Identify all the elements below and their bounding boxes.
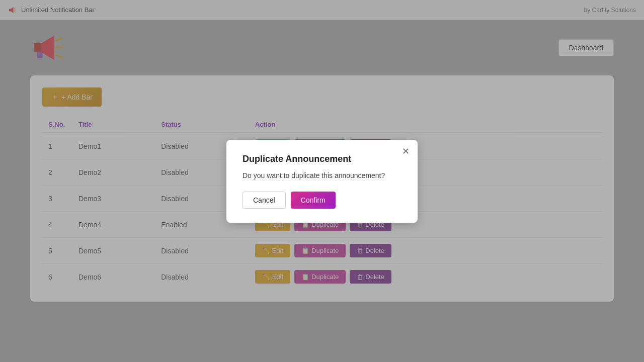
modal-overlay[interactable]: ✕ Duplicate Announcement Do you want to … bbox=[0, 0, 644, 362]
confirm-button[interactable]: Confirm bbox=[291, 192, 336, 209]
modal-title: Duplicate Announcement bbox=[243, 154, 401, 164]
duplicate-modal: ✕ Duplicate Announcement Do you want to … bbox=[226, 140, 418, 223]
cancel-button[interactable]: Cancel bbox=[243, 192, 286, 209]
modal-actions: Cancel Confirm bbox=[243, 192, 401, 209]
modal-close-button[interactable]: ✕ bbox=[402, 147, 410, 156]
modal-body: Do you want to duplicate this announceme… bbox=[243, 171, 401, 179]
